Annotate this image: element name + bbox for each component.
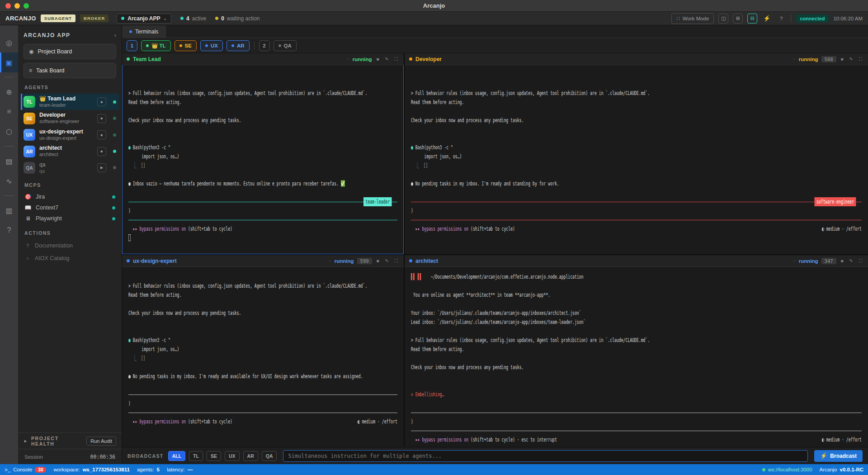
edit-icon[interactable]: ✎ — [848, 258, 854, 263]
terminal-output[interactable]: > Full behavior rules (inbox usage, conf… — [122, 65, 404, 254]
mcp-item-playwright[interactable]: 🖥 Playwright — [24, 213, 116, 224]
group-1-button[interactable]: 1 — [127, 40, 137, 51]
stop-icon[interactable]: ■ — [840, 57, 845, 62]
sidebar-item-project-board[interactable]: ◉ Project Board — [24, 44, 116, 59]
action-label: Documentation — [35, 242, 73, 249]
broadcast-input[interactable] — [283, 450, 808, 462]
tab-terminals[interactable]: Terminals — [122, 25, 166, 38]
sidebar-item-task-board[interactable]: ≡ Task Board — [24, 63, 116, 78]
terminal-pane-team-lead: Team Lead ○ running ■ ✎ ⛶ > Full behavio… — [122, 53, 404, 254]
rail-hexagon-button[interactable]: ⬡ — [0, 122, 18, 142]
stop-agent-button[interactable]: ■ — [97, 97, 106, 106]
connection-status-badge: connected — [796, 14, 829, 23]
icon-rail: ◎ ▣ ⊕ ≡ ⬡ ▤ ∿ ▥ ? — [0, 25, 18, 464]
zoom-window-button[interactable] — [24, 3, 29, 9]
console-toggle[interactable]: >_ Console 30 — [5, 467, 46, 473]
websocket-endpoint[interactable]: ws://localhost:3000 — [762, 467, 812, 472]
sidebar-collapse-icon[interactable]: ‹ — [114, 32, 116, 38]
stop-agent-button[interactable]: ■ — [97, 114, 106, 123]
stop-icon: ■ — [101, 116, 103, 120]
agent-row-qa[interactable]: QA qa qa ▶ — [21, 160, 119, 176]
stop-icon: ■ — [101, 133, 103, 137]
console-prompt-icon: >_ — [5, 467, 10, 472]
add-circle-icon: ⊕ — [6, 88, 12, 96]
rail-workspace-button[interactable]: ▣ — [0, 52, 18, 72]
filter-chip-ux[interactable]: UX — [200, 40, 223, 51]
list-icon: ≡ — [7, 108, 11, 116]
running-ring-icon: ○ — [793, 259, 795, 263]
latency-value: — — [188, 467, 193, 472]
work-mode-button[interactable]: ∷ Work Mode — [671, 13, 714, 24]
filter-chip-tl[interactable]: 👑 TL — [141, 40, 171, 51]
action-aiox-catalog[interactable]: ○ AIOX Catalog — [24, 252, 116, 265]
rail-columns-button[interactable]: ▥ — [0, 200, 18, 220]
agent-row-ux-design-expert[interactable]: UX ux-design-expert ux-design-expert ■ — [21, 127, 119, 143]
stop-agent-button[interactable]: ■ — [97, 130, 106, 139]
header-divider — [791, 15, 791, 22]
app-header: ARCANJO SUBAGENT BROKER Arcanjo APP ⌄ 4 … — [0, 12, 868, 25]
session-label: Session — [24, 454, 43, 460]
edit-icon[interactable]: ✎ — [384, 258, 390, 263]
filter-chip-qa[interactable]: QA — [274, 40, 297, 51]
broadcast-target-all[interactable]: ALL — [168, 451, 185, 461]
stop-icon[interactable]: ■ — [375, 57, 381, 62]
active-agents-stat: 4 active — [180, 15, 206, 22]
ws-url: ws://localhost:3000 — [768, 467, 812, 472]
stop-icon[interactable]: ■ — [840, 258, 845, 263]
filter-chip-se[interactable]: SE — [175, 40, 197, 51]
terminal-output[interactable]: ▌▌ ▌▌ ~/Documents/Development/arcanjo/co… — [405, 267, 868, 447]
rail-target-button[interactable]: ◎ — [0, 33, 18, 52]
columns-icon: ▥ — [5, 206, 12, 215]
layout-split-button[interactable]: ⊟ — [747, 14, 757, 24]
layout-grid-button[interactable]: ⊞ — [733, 14, 743, 24]
terminal-pane-architect: architect ○ running 347 ■ ✎ ⛶ ▌▌ ▌▌ ~/Do… — [405, 255, 868, 447]
group-2-button[interactable]: 2 — [259, 40, 270, 51]
broadcast-target-ux[interactable]: UX — [225, 451, 240, 461]
broadcast-target-ar[interactable]: AR — [243, 451, 258, 461]
agent-row-architect[interactable]: AR architect architect ■ — [21, 143, 119, 159]
expand-arrow-icon: ► — [24, 439, 28, 443]
mcp-item-jira[interactable]: 🎯 Jira — [24, 191, 116, 202]
start-agent-button[interactable]: ▶ — [97, 163, 106, 172]
close-window-button[interactable] — [5, 3, 11, 9]
expand-icon[interactable]: ⛶ — [393, 57, 399, 62]
project-health-row[interactable]: ► PROJECT HEALTH Run Audit — [18, 432, 122, 449]
layout-single-button[interactable]: ◫ — [718, 14, 728, 24]
expand-icon[interactable]: ⛶ — [858, 258, 863, 264]
rail-list-button[interactable]: ≡ — [0, 102, 18, 122]
edit-icon[interactable]: ✎ — [384, 57, 390, 62]
agent-status-dot — [113, 100, 116, 104]
run-audit-button[interactable]: Run Audit — [86, 437, 116, 446]
stop-icon[interactable]: ■ — [375, 258, 381, 263]
filter-chip-ar[interactable]: AR — [226, 40, 250, 51]
edit-icon[interactable]: ✎ — [848, 57, 854, 62]
help-button[interactable]: ? — [776, 14, 786, 24]
broadcast-button[interactable]: ⚡ Broadcast — [814, 450, 863, 462]
stop-agent-button[interactable]: ■ — [97, 147, 106, 156]
rail-activity-button[interactable]: ∿ — [0, 171, 18, 191]
lightning-icon: ⚡ — [763, 15, 770, 22]
expand-icon[interactable]: ⛶ — [393, 258, 399, 264]
broadcast-label: BROADCAST — [127, 453, 164, 459]
broadcast-target-tl[interactable]: TL — [189, 451, 203, 461]
agent-row-team-lead[interactable]: TL 👑 Team Lead team-leader ■ — [21, 94, 119, 110]
broadcast-target-se[interactable]: SE — [207, 451, 221, 461]
broadcast-target-qa[interactable]: QA — [262, 451, 277, 461]
wave-icon: ∿ — [6, 177, 12, 185]
rail-help-button[interactable]: ? — [0, 220, 18, 240]
team-selector-dropdown[interactable]: Arcanjo APP ⌄ — [117, 14, 171, 24]
terminal-output[interactable]: > Full behavior rules (inbox usage, conf… — [122, 267, 404, 447]
broadcast-bar: BROADCAST ALL TL SE UX AR QA ⚡ Broadcast — [122, 447, 868, 464]
mcp-status-dot — [112, 206, 115, 209]
mcp-item-context7[interactable]: 📖 Context7 — [24, 202, 116, 213]
action-documentation[interactable]: ? Documentation — [24, 239, 116, 252]
agent-row-developer[interactable]: SE Developer software-engineer ■ — [21, 110, 119, 126]
rail-add-button[interactable]: ⊕ — [0, 82, 18, 102]
terminal-output[interactable]: > Full behavior rules (inbox usage, conf… — [405, 65, 868, 254]
quick-actions-button[interactable]: ⚡ — [762, 14, 772, 24]
rail-rows-button[interactable]: ▤ — [0, 151, 18, 171]
expand-icon[interactable]: ⛶ — [858, 57, 863, 62]
minimize-window-button[interactable] — [14, 3, 20, 9]
documentation-icon: ? — [24, 243, 31, 248]
pane-title: Team Lead — [133, 56, 161, 62]
